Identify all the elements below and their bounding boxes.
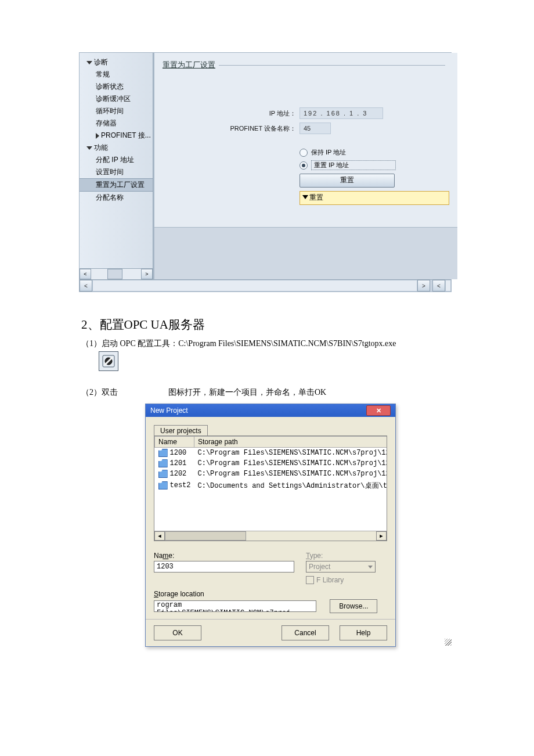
radio-icon	[300, 149, 308, 157]
close-icon[interactable]: ✕	[366, 405, 391, 416]
scroll-track[interactable]	[92, 280, 417, 291]
type-label: Type:	[306, 552, 387, 560]
chevron-down-icon	[86, 61, 92, 64]
scroll-right-icon[interactable]: >	[141, 269, 153, 279]
tree-functions[interactable]: 功能	[80, 142, 153, 154]
p1-path: C:\Program Files\SIEMENS\SIMATIC.NCM\S7B…	[178, 339, 396, 348]
chevron-down-icon	[86, 146, 92, 150]
scroll-left-icon[interactable]: <	[80, 280, 92, 291]
device-name-value: 45	[300, 123, 331, 134]
p1-prefix: （1）启动 OPC 配置工具：	[81, 339, 178, 348]
scroll-thumb[interactable]	[107, 269, 122, 279]
chevron-down-icon	[302, 195, 308, 199]
tree-assign-name[interactable]: 分配名称	[80, 192, 153, 204]
cell-path: C:\Documents and Settings\Administrator\…	[194, 480, 387, 492]
scroll-track[interactable]	[445, 280, 451, 291]
paragraph-1: （1）启动 OPC 配置工具：C:\Program Files\SIEMENS\…	[81, 339, 453, 349]
tree-general[interactable]: 常规	[80, 69, 153, 81]
cell-path: C:\Program Files\SIEMENS\SIMATIC.NCM\s7p…	[194, 458, 387, 469]
help-button[interactable]: Help	[340, 625, 387, 640]
chevron-down-icon	[368, 566, 373, 568]
tree-assign-ip[interactable]: 分配 IP 地址	[80, 154, 153, 166]
list-scrollbar[interactable]: ◄ ►	[154, 531, 387, 541]
chevron-right-icon	[96, 133, 99, 139]
cell-name: 1200	[155, 448, 194, 459]
tree-cycle-time[interactable]: 循环时间	[80, 105, 153, 117]
new-project-dialog: New Project ✕ User projects Name Storage…	[145, 404, 396, 647]
ip-value: 192 . 168 . 1 . 3	[300, 107, 383, 119]
type-select[interactable]: Project	[306, 561, 376, 573]
tree-factory-reset[interactable]: 重置为工厂设置	[80, 178, 153, 192]
tree-diagnosis[interactable]: 诊断	[80, 56, 153, 69]
scroll-track[interactable]	[91, 269, 141, 279]
storage-label: Storage location	[154, 590, 387, 598]
radio-checked-icon	[300, 161, 308, 170]
cell-path: C:\Program Files\SIEMENS\SIMATIC.NCM\s7p…	[194, 469, 387, 479]
p2-suffix: 图标打开，新建一个项目，并命名，单击OK	[168, 388, 326, 397]
list-item[interactable]: 1202C:\Program Files\SIEMENS\SIMATIC.NCM…	[155, 469, 388, 479]
tree-memory[interactable]: 存储器	[80, 117, 153, 129]
project-list[interactable]: Name Storage path 1200C:\Program Files\S…	[154, 435, 387, 541]
device-name-label: PROFINET 设备名称：	[163, 124, 300, 133]
dialog-title-bar[interactable]: New Project ✕	[146, 404, 395, 417]
scroll-right-icon[interactable]: >	[417, 280, 430, 291]
ok-button[interactable]: OK	[154, 625, 201, 640]
name-label: Name:	[154, 552, 294, 560]
checkbox-icon	[306, 576, 314, 584]
browse-button[interactable]: Browse...	[330, 599, 377, 613]
scroll-right-icon[interactable]: ►	[376, 531, 387, 541]
factory-reset-panel: 诊断 常规 诊断状态 诊断缓冲区 循环时间 存储器 PROFINET 接... …	[79, 52, 452, 292]
paragraph-2: （2）双击 图标打开，新建一个项目，并命名，单击OK	[81, 387, 453, 398]
dialog-title: New Project	[150, 406, 188, 415]
opc-tool-icon	[99, 351, 118, 371]
col-path[interactable]: Storage path	[194, 437, 387, 448]
list-item[interactable]: 1201C:\Program Files\SIEMENS\SIMATIC.NCM…	[155, 458, 388, 469]
list-item[interactable]: 1200C:\Program Files\SIEMENS\SIMATIC.NCM…	[155, 448, 388, 459]
ip-label: IP 地址：	[163, 109, 300, 118]
storage-path-field[interactable]: rogram Files\SIEMENS\SIMATIC.NCM\s7proj	[154, 600, 316, 612]
col-name[interactable]: Name	[155, 437, 194, 448]
cancel-button[interactable]: Cancel	[282, 625, 329, 640]
tree-set-time[interactable]: 设置时间	[80, 166, 153, 178]
cell-name: 1201	[155, 458, 194, 469]
p2-prefix: （2）双击	[81, 388, 118, 397]
scroll-left-icon[interactable]: ◄	[154, 531, 165, 541]
tree-diag-status[interactable]: 诊断状态	[80, 81, 153, 93]
scroll-thumb[interactable]	[165, 531, 246, 541]
radio-keep-ip[interactable]: 保持 IP 地址	[300, 148, 449, 157]
scroll-left-icon[interactable]: <	[80, 269, 91, 279]
list-item[interactable]: test2C:\Documents and Settings\Administr…	[155, 480, 388, 492]
bottom-scrollbar[interactable]: < > <	[80, 279, 451, 291]
cell-name: test2	[155, 480, 194, 492]
tree-profinet[interactable]: PROFINET 接...	[80, 129, 153, 142]
left-tree: 诊断 常规 诊断状态 诊断缓冲区 循环时间 存储器 PROFINET 接... …	[80, 53, 153, 279]
tab-user-projects[interactable]: User projects	[154, 425, 208, 436]
panel-title: 重置为工厂设置	[163, 60, 449, 70]
tree-diag-buffer[interactable]: 诊断缓冲区	[80, 93, 153, 105]
cell-name: 1202	[155, 469, 194, 479]
flibrary-checkbox[interactable]: F Library	[306, 576, 387, 584]
tree-scrollbar[interactable]: < >	[80, 268, 153, 279]
reset-button[interactable]: 重置	[300, 174, 395, 188]
section-heading: 2、配置OPC UA服务器	[81, 316, 453, 333]
cell-path: C:\Program Files\SIEMENS\SIMATIC.NCM\s7p…	[194, 448, 387, 459]
scroll-left-icon[interactable]: <	[432, 280, 445, 291]
resize-grip-icon[interactable]	[445, 639, 452, 646]
name-field[interactable]	[154, 561, 294, 573]
radio-reset-ip[interactable]: 重置 IP 地址	[300, 160, 449, 170]
bottom-area	[154, 227, 457, 279]
reset-dropdown[interactable]: 重置	[300, 191, 449, 205]
